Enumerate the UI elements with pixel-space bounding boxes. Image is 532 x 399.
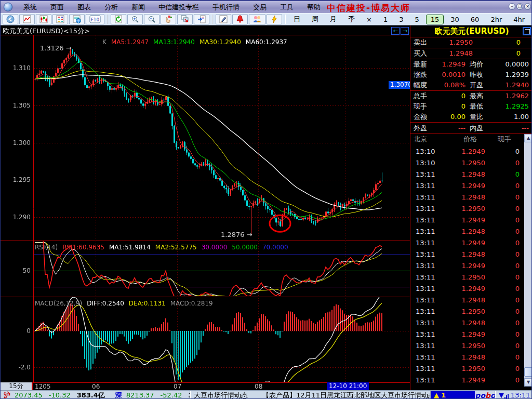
- x-axis-start-label: 1205: [35, 383, 51, 390]
- scroll-right-button[interactable]: →: [401, 27, 409, 35]
- period-5[interactable]: 5: [410, 15, 423, 24]
- clock-section: ▼ 13:11: [495, 391, 532, 399]
- y-axis-label: 1.310: [1, 64, 31, 72]
- alert-section[interactable]: ▲ 1: [431, 391, 475, 399]
- news-text: 【农产品】12月11日黑龙江西北部地区大豆市场行情动态: [262, 391, 431, 399]
- y-axis-label: 1.305: [1, 102, 31, 109]
- alert-count: 1: [441, 391, 446, 399]
- window-switch-icon[interactable]: [177, 14, 193, 24]
- edit-pen-icon[interactable]: [216, 14, 231, 24]
- separator-line: [410, 122, 532, 123]
- shenzhen-index: 8213.37: [126, 391, 154, 399]
- export-icon[interactable]: [194, 14, 209, 24]
- menu-item-页面[interactable]: 页面: [44, 2, 71, 13]
- chart-area: 欧元美元(EURUSD)<15分> ← → KMA5:1.2947MA13:1.…: [1, 25, 410, 390]
- period-2hr[interactable]: 2hr: [486, 15, 507, 24]
- tick-row: 13:111.29500: [410, 203, 524, 215]
- tick-row: 13:111.29490: [410, 215, 524, 226]
- scroll-up-button[interactable]: ▲: [524, 134, 532, 142]
- period-月[interactable]: 月: [325, 14, 341, 25]
- menu-item-交易[interactable]: 交易: [246, 2, 273, 13]
- period-×[interactable]: ×: [362, 15, 377, 24]
- quote-panel: 欧元美元(EURUSD) 卖出1.29500买入1.29480最新1.2949均…: [410, 25, 532, 390]
- quote-row-最新: 最新1.2949均价0.0000: [410, 59, 532, 70]
- news-ticker-section[interactable]: 大豆市场行情动态 【农产品】12月11日黑龙江西北部地区大豆市场行情动态: [190, 391, 431, 399]
- alert-badge[interactable]: ▲ 1: [431, 391, 475, 399]
- tick-row: 13:101.29500: [410, 157, 524, 169]
- line-chart-icon[interactable]: [19, 14, 35, 24]
- quote-board-icon[interactable]: [52, 14, 68, 24]
- refresh-icon[interactable]: [111, 14, 126, 24]
- period-15[interactable]: 15: [426, 15, 444, 24]
- period-1[interactable]: 1: [379, 15, 392, 24]
- period-季[interactable]: 季: [343, 14, 360, 25]
- window-controls: –❐✕: [509, 3, 531, 10]
- quote-row-总手: 总手0最高1.2962: [410, 91, 532, 101]
- tick-list-scrollbar[interactable]: ▲ ▼: [524, 134, 532, 387]
- x-axis-day-label: 06: [92, 383, 100, 390]
- restore-button[interactable]: ❐: [516, 3, 523, 10]
- alert-bell-icon[interactable]: [232, 14, 248, 24]
- period-4hr[interactable]: 4hr: [509, 15, 529, 24]
- separator-line: [410, 90, 532, 91]
- tick-row: 13:111.29480: [410, 192, 524, 203]
- menu-item-图表[interactable]: 图表: [71, 2, 98, 13]
- back-icon[interactable]: [3, 14, 18, 24]
- app-icon[interactable]: [4, 3, 12, 11]
- flash-icon[interactable]: [267, 14, 282, 24]
- menu-item-帮助[interactable]: 帮助: [300, 2, 327, 13]
- menu-item-中信建投专栏[interactable]: 中信建投专栏: [152, 2, 206, 13]
- minimize-button[interactable]: –: [509, 3, 515, 10]
- rsi-indicator-header: RSI(14)RSI1:60.9635MA1:51.9814MA2:52.577…: [35, 242, 293, 251]
- period-周[interactable]: 周: [307, 14, 323, 25]
- quote-row-幅度: 幅度0.08%开盘1.2940: [410, 80, 532, 90]
- y-axis-label: 1.290: [1, 214, 31, 221]
- ma-indicator-header: KMA5:1.2947MA13:1.2940MA30:1.2940MA60:1.…: [102, 36, 292, 46]
- window-title: 中信建投-博易大师: [327, 2, 410, 14]
- menu-item-工具[interactable]: 工具: [273, 2, 300, 13]
- tick-row: 13:111.29500: [410, 363, 524, 375]
- tick-row: 13:111.29490: [410, 260, 524, 272]
- shanghai-change: -10.32: [49, 391, 71, 399]
- scrollbar-thumb[interactable]: [524, 367, 532, 377]
- quote-row-卖出: 卖出1.29500: [410, 37, 532, 48]
- shenzhen-label: 深: [115, 391, 122, 399]
- scroll-left-button[interactable]: ←: [391, 27, 400, 35]
- tick-row: 13:111.29480: [410, 249, 524, 260]
- scroll-down-button[interactable]: ▼: [524, 378, 532, 387]
- macd-low-label: -2.0: [1, 364, 31, 371]
- menu-item-系统[interactable]: 系统: [17, 2, 44, 13]
- shanghai-label: 沪: [4, 391, 10, 399]
- session-time-tag: 12-10 21:00: [327, 382, 369, 390]
- period-3[interactable]: 3: [394, 15, 408, 24]
- panel-expand-button[interactable]: [523, 27, 531, 35]
- zoom-in-icon[interactable]: [127, 14, 143, 24]
- f10-icon[interactable]: F10: [86, 14, 104, 24]
- macd-zero-label: 0: [1, 327, 31, 335]
- period-日[interactable]: 日: [289, 14, 305, 25]
- menu-item-分析[interactable]: 分析: [98, 2, 125, 13]
- quote-row-买入: 买入1.29480: [410, 48, 532, 59]
- ticker-text: 大豆市场行情动态: [194, 391, 248, 399]
- logo-section: pobo: [475, 391, 495, 399]
- menu-item-新闻[interactable]: 新闻: [125, 2, 152, 13]
- users-icon[interactable]: [249, 14, 265, 24]
- tick-row: 13:111.29490: [410, 329, 524, 340]
- quote-row-现手: 现手0最低1.2925: [410, 101, 532, 112]
- x-axis-day-label: 07: [174, 383, 181, 390]
- tick-row: 13:111.29500: [410, 306, 524, 317]
- drag-hand-icon[interactable]: [161, 14, 176, 24]
- report-icon[interactable]: [69, 14, 85, 24]
- tick-row: 13:111.29500: [410, 272, 524, 283]
- tick-row: 13:111.29490: [410, 375, 524, 386]
- period-30[interactable]: 30: [446, 15, 464, 24]
- toolbar: F10 日周月季×1351530602hr4hrY: [1, 13, 532, 25]
- close-button[interactable]: ✕: [524, 3, 531, 10]
- menu-item-手机行情[interactable]: 手机行情: [206, 2, 246, 13]
- tick-row: 13:111.29480: [410, 226, 524, 237]
- chart-canvas[interactable]: [1, 25, 410, 390]
- tick-row: 13:111.29500: [410, 340, 524, 352]
- period-60[interactable]: 60: [466, 15, 484, 24]
- candlestick-icon[interactable]: [36, 14, 51, 24]
- zoom-out-icon[interactable]: [144, 14, 159, 24]
